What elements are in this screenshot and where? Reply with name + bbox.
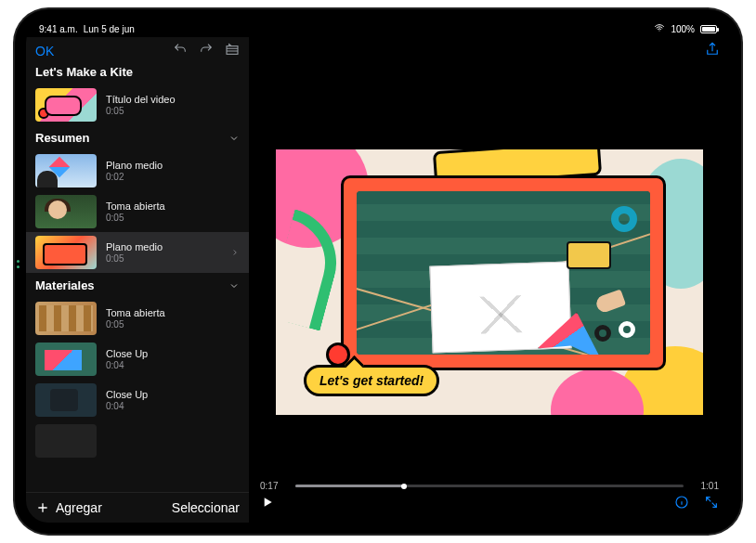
play-button[interactable]: [260, 495, 275, 513]
share-button[interactable]: [704, 41, 721, 59]
play-icon: [260, 495, 275, 510]
chevron-down-icon: [228, 280, 240, 291]
plus-icon: [35, 500, 50, 515]
undo-icon[interactable]: [173, 42, 188, 60]
status-time: 9:41 a.m.: [39, 24, 78, 34]
clip-thumb: [35, 424, 97, 458]
clip-thumb: [35, 195, 97, 228]
expand-icon: [704, 495, 719, 510]
screen: 9:41 a.m. Lun 5 de jun 100% OK: [26, 20, 730, 523]
clip-row[interactable]: Close Up 0:04: [26, 380, 249, 420]
info-button[interactable]: [674, 495, 689, 513]
section-header-resumen[interactable]: Resumen: [26, 125, 249, 150]
clip-row[interactable]: Toma abierta 0:05: [26, 191, 249, 232]
transport: 0:17 1:01: [249, 477, 730, 523]
select-button[interactable]: Seleccionar: [172, 500, 240, 515]
battery-icon: [700, 25, 717, 33]
section-label: Materiales: [35, 278, 95, 292]
section-header-materiales[interactable]: Materiales: [26, 273, 249, 298]
clip-duration: 0:05: [106, 106, 240, 116]
video-frame: [341, 175, 666, 370]
clip-label: Close Up: [106, 348, 240, 359]
clip-duration: 0:05: [106, 253, 221, 264]
scrubber[interactable]: [295, 485, 684, 487]
clip-row-partial[interactable]: [26, 420, 249, 461]
preview-canvas-wrap: Let's get started!: [249, 59, 730, 477]
storyboard-icon[interactable]: [225, 42, 240, 60]
share-icon: [704, 41, 721, 58]
chevron-right-icon: [230, 248, 240, 257]
clip-label: Título del video: [106, 94, 240, 105]
preview-canvas[interactable]: Let's get started!: [276, 149, 703, 415]
clip-duration: 0:04: [106, 401, 240, 411]
clip-thumb: [35, 383, 97, 417]
redo-icon[interactable]: [199, 42, 214, 60]
info-icon: [674, 495, 689, 510]
ipad-frame: 9:41 a.m. Lun 5 de jun 100% OK: [15, 9, 741, 534]
clip-row[interactable]: Close Up 0:04: [26, 339, 249, 380]
clip-duration: 0:04: [106, 360, 240, 370]
app: OK Let's Make a Kite Título del video: [26, 37, 730, 523]
clip-label: Plano medio: [106, 160, 240, 171]
speech-bubble: Let's get started!: [304, 365, 439, 396]
ok-button[interactable]: OK: [35, 44, 54, 58]
remaining-time: 1:01: [691, 481, 719, 491]
clip-label: Toma abierta: [106, 307, 240, 318]
clip-thumb: [35, 88, 97, 122]
sidebar: OK Let's Make a Kite Título del video: [26, 37, 249, 523]
side-indicator: [17, 260, 20, 263]
battery-pct: 100%: [671, 24, 695, 34]
svg-rect-0: [227, 46, 238, 55]
video-content: [357, 191, 650, 355]
clip-row-selected[interactable]: Plano medio 0:05: [26, 232, 249, 273]
status-bar: 9:41 a.m. Lun 5 de jun 100%: [26, 20, 730, 37]
clip-thumb: [35, 343, 97, 376]
wifi-icon: [654, 22, 665, 35]
section-label: Resumen: [35, 131, 90, 145]
clip-duration: 0:02: [106, 172, 240, 182]
status-date: Lun 5 de jun: [84, 24, 135, 34]
clip-row[interactable]: Plano medio 0:02: [26, 150, 249, 191]
clip-label: Toma abierta: [106, 200, 240, 212]
add-button[interactable]: Agregar: [35, 500, 102, 515]
elapsed-time: 0:17: [260, 481, 288, 491]
project-title: Let's Make a Kite: [26, 61, 249, 84]
chevron-down-icon: [228, 133, 240, 144]
clip-thumb: [35, 302, 97, 335]
viewer: Let's get started! 0:17 1:01: [249, 37, 730, 523]
clip-label: Plano medio: [106, 241, 221, 252]
add-label: Agregar: [56, 500, 102, 515]
clip-duration: 0:05: [106, 213, 240, 223]
fullscreen-button[interactable]: [704, 495, 719, 513]
clip-label: Close Up: [106, 389, 240, 400]
clip-duration: 0:05: [106, 319, 240, 330]
clip-thumb: [35, 236, 97, 269]
clip-list[interactable]: Título del video 0:05 Resumen Plano medi…: [26, 84, 249, 492]
clip-row-title[interactable]: Título del video 0:05: [26, 84, 249, 125]
clip-thumb: [35, 154, 97, 187]
clip-row[interactable]: Toma abierta 0:05: [26, 298, 249, 339]
